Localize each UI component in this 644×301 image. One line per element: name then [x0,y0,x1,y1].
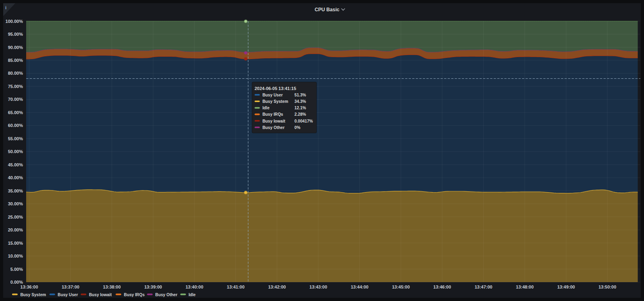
svg-text:Busy Other: Busy Other [262,125,285,130]
svg-text:13:44:00: 13:44:00 [351,285,368,289]
svg-text:13:36:00: 13:36:00 [21,285,38,289]
svg-text:0.00%: 0.00% [10,280,23,285]
svg-text:5.00%: 5.00% [10,267,23,272]
svg-text:Busy Iowait: Busy Iowait [262,119,285,123]
svg-text:55.00%: 55.00% [8,136,23,141]
svg-text:0%: 0% [295,125,301,130]
svg-text:CPU Basic: CPU Basic [315,7,340,12]
svg-text:60.00%: 60.00% [8,123,23,128]
svg-text:30.00%: 30.00% [8,201,23,206]
svg-text:13:38:00: 13:38:00 [103,285,121,289]
svg-text:2.28%: 2.28% [295,112,306,117]
svg-text:85.00%: 85.00% [8,58,23,63]
svg-text:90.00%: 90.00% [8,45,23,50]
svg-text:51.3%: 51.3% [295,93,306,97]
svg-text:13:42:00: 13:42:00 [268,285,286,289]
svg-text:25.00%: 25.00% [8,215,23,219]
svg-text:13:45:00: 13:45:00 [392,285,410,289]
svg-text:70.00%: 70.00% [8,97,23,102]
svg-text:Busy IRQs: Busy IRQs [124,293,145,297]
svg-text:13:40:00: 13:40:00 [186,285,203,289]
svg-text:2024-06-05 13:41:15: 2024-06-05 13:41:15 [255,86,296,91]
svg-text:Busy System: Busy System [20,293,46,297]
svg-text:13:41:00: 13:41:00 [227,285,245,289]
svg-text:75.00%: 75.00% [8,84,23,89]
svg-text:i: i [5,5,6,10]
svg-text:Busy IRQs: Busy IRQs [262,112,283,117]
svg-text:13:37:00: 13:37:00 [62,285,79,289]
svg-text:95.00%: 95.00% [8,32,23,37]
svg-text:13:43:00: 13:43:00 [310,285,327,289]
svg-text:34.3%: 34.3% [295,99,306,104]
svg-text:10.00%: 10.00% [8,254,23,258]
svg-text:40.00%: 40.00% [8,175,23,180]
svg-text:35.00%: 35.00% [8,188,23,193]
svg-text:Busy User: Busy User [58,293,78,297]
svg-text:Busy User: Busy User [262,93,283,97]
svg-text:Busy System: Busy System [262,99,288,104]
svg-text:13:48:00: 13:48:00 [516,285,534,289]
svg-text:13:49:00: 13:49:00 [557,285,575,289]
svg-text:65.00%: 65.00% [8,110,23,115]
svg-text:Busy Other: Busy Other [155,293,178,297]
svg-text:20.00%: 20.00% [8,227,23,232]
svg-text:13:46:00: 13:46:00 [433,285,451,289]
svg-text:50.00%: 50.00% [8,149,23,154]
svg-text:13:47:00: 13:47:00 [475,285,492,289]
svg-text:100.00%: 100.00% [6,19,23,24]
svg-text:45.00%: 45.00% [8,162,23,167]
svg-text:13:50:00: 13:50:00 [599,285,616,289]
svg-text:Busy Iowait: Busy Iowait [89,293,112,297]
svg-text:15.00%: 15.00% [8,241,23,246]
svg-text:13:39:00: 13:39:00 [144,285,162,289]
svg-text:Idle: Idle [188,293,196,297]
svg-text:12.1%: 12.1% [295,106,306,110]
svg-text:Idle: Idle [262,106,270,110]
svg-text:0.00417%: 0.00417% [295,119,313,123]
svg-text:80.00%: 80.00% [8,71,23,76]
